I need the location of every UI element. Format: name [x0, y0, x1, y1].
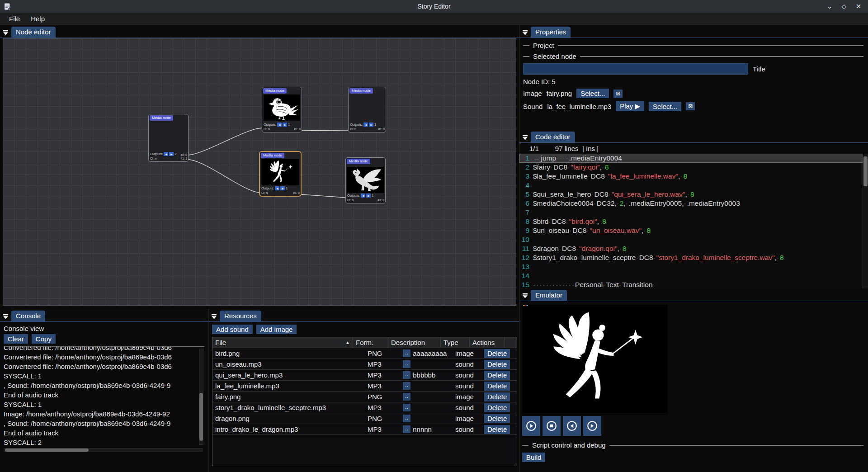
scrollbar-thumb[interactable] [863, 156, 868, 186]
collapse-icon[interactable] [211, 314, 217, 319]
table-row[interactable]: fairy.pngPNG..imageDelete [212, 392, 517, 402]
code-editor-scrollbar[interactable] [863, 154, 868, 288]
delete-button[interactable]: Delete [484, 403, 510, 412]
code-line: 4 [519, 181, 868, 190]
image-clear-button[interactable]: ⊠ [613, 90, 623, 98]
table-header: File ▲ Form. Description Type Actions [212, 337, 517, 348]
delete-button[interactable]: Delete [484, 382, 510, 391]
delete-button[interactable]: Delete [484, 360, 510, 369]
edit-description-button[interactable]: .. [403, 360, 410, 368]
decrease-outputs-button[interactable]: ◀ [277, 123, 282, 127]
node-empty[interactable]: Media node Outputs: ◀ ▶ 1 O: n #1: 0 [348, 87, 386, 132]
column-header-type[interactable]: Type [441, 337, 470, 348]
collapse-icon[interactable] [3, 314, 9, 319]
tab-properties[interactable]: Properties [531, 27, 571, 38]
console-vertical-scrollbar[interactable] [199, 349, 203, 445]
titlebar: Story Editor ⌄ ◇ ✕ [0, 0, 868, 13]
output-pins[interactable]: #1: 0 [378, 198, 384, 202]
menu-file[interactable]: File [5, 14, 24, 24]
build-button[interactable]: Build [522, 453, 545, 462]
edit-description-button[interactable]: .. [403, 382, 410, 390]
table-row[interactable]: qui_sera_le_hero.mp3MP3..bbbbbbsoundDele… [212, 370, 517, 381]
increase-outputs-button[interactable]: ▶ [280, 186, 285, 190]
delete-button[interactable]: Delete [484, 414, 510, 423]
increase-outputs-button[interactable]: ▶ [169, 152, 174, 156]
column-header-format[interactable]: Form. [353, 337, 388, 348]
step-forward-button[interactable] [583, 416, 601, 436]
edit-description-button[interactable]: .. [403, 425, 410, 433]
file-name-cell: bird.png [212, 348, 365, 359]
sound-play-button[interactable]: Play ▶ [616, 101, 644, 111]
node-start[interactable]: Media node Outputs: ◀ ▶ 2 O: n #0: 0 [148, 114, 189, 162]
decrease-outputs-button[interactable]: ◀ [363, 123, 368, 127]
node-fairy[interactable]: Media node [259, 151, 301, 196]
delete-button[interactable]: Delete [484, 349, 510, 358]
emulator-screen[interactable] [522, 305, 668, 413]
collapse-icon[interactable] [522, 30, 528, 35]
step-back-button[interactable] [563, 416, 581, 436]
sound-clear-button[interactable]: ⊠ [686, 102, 695, 110]
add-image-button[interactable]: Add image [256, 325, 297, 334]
decrease-outputs-button[interactable]: ◀ [361, 194, 365, 198]
clear-button[interactable]: Clear [4, 334, 28, 344]
node-bird[interactable]: Media node [262, 87, 302, 132]
table-row[interactable]: dragon.pngPNG..imageDelete [212, 413, 517, 424]
image-select-button[interactable]: Select... [576, 89, 609, 98]
node-canvas[interactable]: Media node Outputs: ◀ ▶ 2 O: n #0: 0 [3, 38, 516, 306]
edit-description-button[interactable]: .. [403, 349, 410, 357]
edit-description-button[interactable]: .. [403, 393, 410, 401]
table-row[interactable]: un_oiseau.mp3MP3..soundDelete [212, 359, 517, 370]
table-row[interactable]: la_fee_luminelle.mp3MP3..soundDelete [212, 381, 517, 392]
output-pins[interactable]: #1: 0 [378, 127, 385, 131]
edit-description-button[interactable]: .. [403, 415, 410, 422]
edit-description-button[interactable]: .. [403, 371, 410, 379]
delete-button[interactable]: Delete [484, 392, 510, 401]
tab-resources[interactable]: Resources [220, 311, 261, 321]
collapse-icon[interactable] [522, 135, 528, 140]
table-row[interactable]: bird.pngPNG..aaaaaaaaaimageDelete [212, 348, 517, 359]
edit-description-button[interactable]: .. [403, 404, 410, 411]
decrease-outputs-button[interactable]: ◀ [275, 186, 279, 190]
stop-button[interactable] [542, 416, 561, 436]
line-number: 7 [519, 208, 533, 217]
close-icon[interactable]: ✕ [854, 3, 863, 10]
format-cell: MP3 [365, 381, 400, 391]
scrollbar-thumb[interactable] [199, 393, 203, 441]
node-dragon[interactable]: Media node Outputs: ◀ ▶ 1 O: n #1: 0 [345, 157, 386, 203]
decrease-outputs-button[interactable]: ◀ [164, 152, 168, 156]
scrollbar-thumb[interactable] [5, 448, 89, 452]
menu-help[interactable]: Help [26, 14, 49, 24]
column-header-actions[interactable]: Actions [470, 337, 505, 348]
add-sound-button[interactable]: Add sound [212, 325, 253, 334]
sound-select-button[interactable]: Select... [649, 102, 681, 111]
title-input[interactable] [523, 63, 748, 75]
tab-console[interactable]: Console [11, 311, 45, 321]
tab-code-editor[interactable]: Code editor [531, 132, 575, 142]
console-log[interactable]: Convertered file: /home/anthony/ostproj/… [4, 346, 204, 447]
code-line: 5$qui_sera_le_hero·DC8·"qui_sera_le_hero… [519, 190, 868, 199]
tab-node-editor[interactable]: Node editor [11, 27, 56, 38]
code-editor-text-area[interactable]: 1→jump····.mediaEntry00042$fairy·DC8·"fa… [519, 154, 868, 288]
increase-outputs-button[interactable]: ▶ [283, 123, 287, 127]
output-pins[interactable]: #1: 0 [294, 127, 301, 131]
increase-outputs-button[interactable]: ▶ [369, 123, 373, 127]
table-row[interactable]: intro_drako_le_dragon.mp3MP3..nnnnnsound… [212, 424, 517, 435]
minimize-icon[interactable]: ⌄ [826, 3, 834, 10]
column-header-description[interactable]: Description [388, 337, 441, 348]
play-button[interactable] [522, 416, 540, 436]
collapse-icon[interactable] [522, 293, 528, 298]
outputs-label: Outputs: [150, 152, 163, 156]
tab-emulator[interactable]: Emulator [531, 290, 567, 301]
node-title-badge: Media node [349, 88, 373, 94]
collapse-icon[interactable] [3, 30, 9, 35]
delete-button[interactable]: Delete [484, 425, 510, 434]
increase-outputs-button[interactable]: ▶ [366, 194, 371, 198]
output-pins[interactable]: #1: 0 [293, 191, 300, 195]
table-row[interactable]: story1_drako_luminelle_sceptre.mp3MP3..s… [212, 402, 517, 413]
console-horizontal-scrollbar[interactable] [4, 448, 203, 452]
copy-button[interactable]: Copy [32, 334, 56, 344]
maximize-icon[interactable]: ◇ [840, 3, 848, 10]
delete-button[interactable]: Delete [484, 371, 510, 380]
column-header-file[interactable]: File ▲ [212, 337, 353, 348]
output-pins[interactable]: #0: 0 #1: 1 [181, 153, 187, 160]
